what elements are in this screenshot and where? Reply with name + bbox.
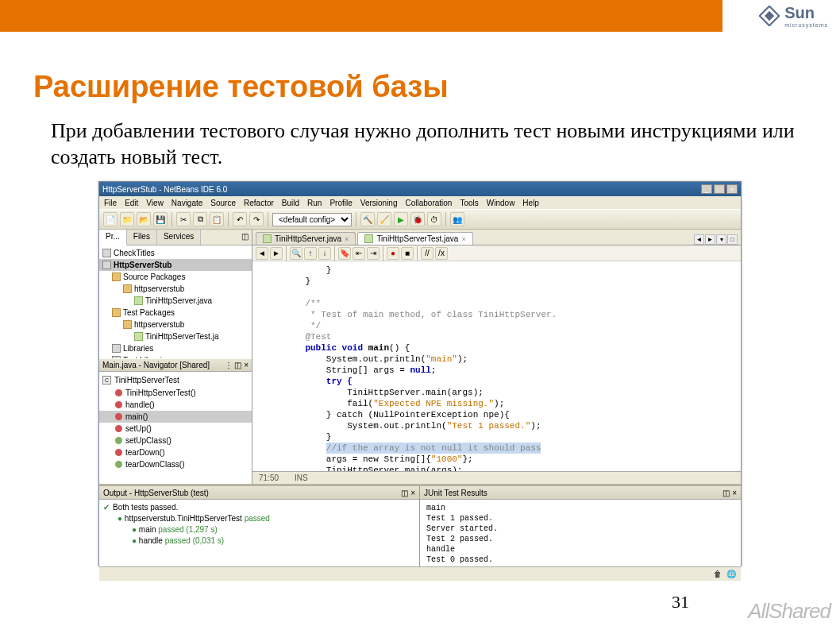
menu-view[interactable]: View [146, 199, 164, 207]
bookmark-icon[interactable]: 🔖 [338, 247, 351, 260]
uncomment-icon[interactable]: /x [435, 247, 448, 260]
menu-navigate[interactable]: Navigate [171, 199, 202, 207]
menu-versioning[interactable]: Versioning [360, 199, 398, 207]
nav-item[interactable]: main() [99, 411, 252, 423]
ide-title-text: HttpServerStub - NetBeans IDE 6.0 [102, 185, 227, 194]
status-gc-icon[interactable]: 🗑 [714, 570, 722, 578]
nav-item[interactable]: TiniHttpServerTest() [99, 387, 252, 399]
output-body[interactable]: ✔Both tests passed. ● httpserverstub.Tin… [99, 500, 419, 566]
nav-label: TiniHttpServerTest() [125, 387, 196, 399]
close-button[interactable]: × [726, 184, 738, 194]
output-row[interactable]: ● httpserverstub.TiniHttpServerTest pass… [103, 513, 415, 524]
tree-item[interactable]: Source Packages [99, 271, 252, 283]
tree-label: TiniHttpServerTest.ja [145, 330, 218, 342]
menu-profile[interactable]: Profile [329, 199, 352, 207]
tree-label: HttpServerStub [114, 259, 171, 271]
editor-tab-1[interactable]: TiniHttpServer.java× [256, 232, 356, 245]
nav-item[interactable]: setUp() [99, 423, 252, 435]
tree-item[interactable]: Test Packages [99, 307, 252, 319]
code-editor[interactable]: } } /** * Test of main method, of class … [252, 261, 741, 471]
method-icon [115, 389, 122, 396]
find-icon[interactable]: 🔍 [290, 247, 302, 260]
panel-controls[interactable]: ◫ × [401, 489, 415, 497]
new-project-icon[interactable]: 📁 [120, 212, 134, 226]
macro-stop-icon[interactable]: ■ [401, 247, 414, 260]
tree-item[interactable]: HttpServerStub [99, 259, 252, 271]
close-icon[interactable]: × [461, 235, 465, 243]
nav-item[interactable]: handle() [99, 399, 252, 411]
panel-controls[interactable]: ◫ × [722, 489, 737, 497]
menu-file[interactable]: File [104, 199, 117, 207]
copy-icon[interactable]: ⧉ [193, 212, 207, 226]
status-net-icon[interactable]: 🌐 [726, 570, 736, 578]
menu-help[interactable]: Help [522, 199, 539, 207]
menu-source[interactable]: Source [210, 199, 236, 207]
ide-window: HttpServerStub - NetBeans IDE 6.0 _ □ × … [98, 181, 742, 566]
collab-icon[interactable]: 👥 [450, 212, 464, 226]
macro-rec-icon[interactable]: ● [387, 247, 399, 260]
clean-build-icon[interactable]: 🧹 [377, 212, 391, 226]
tree-item[interactable]: httpserverstub [99, 319, 252, 330]
run-icon[interactable]: ▶ [394, 212, 408, 226]
method-icon [115, 461, 122, 468]
save-all-icon[interactable]: 💾 [153, 212, 168, 226]
maximize-button[interactable]: □ [714, 184, 725, 194]
open-icon[interactable]: 📂 [137, 212, 151, 226]
comment-icon[interactable]: // [421, 247, 433, 260]
next-icon[interactable]: ↓ [318, 247, 331, 260]
nav-item[interactable]: tearDownClass() [99, 458, 252, 470]
menu-run[interactable]: Run [307, 199, 322, 207]
pkg-icon [112, 272, 121, 281]
panel-dock-icon[interactable]: ◫ [238, 230, 252, 245]
paste-icon[interactable]: 📋 [210, 212, 224, 226]
tab-list-icon[interactable]: ▾ [716, 234, 726, 245]
prev-icon[interactable]: ↑ [304, 247, 317, 260]
menu-window[interactable]: Window [487, 199, 515, 207]
cut-icon[interactable]: ✂ [176, 212, 191, 226]
undo-icon[interactable]: ↶ [233, 212, 247, 226]
navigator-body[interactable]: CTiniHttpServerTest TiniHttpServerTest()… [99, 372, 252, 485]
junit-line: main [426, 503, 734, 513]
tab-left-icon[interactable]: ◄ [694, 234, 704, 245]
tab-max-icon[interactable]: □ [727, 234, 738, 245]
nav-label: handle() [125, 399, 155, 411]
redo-icon[interactable]: ↷ [249, 212, 264, 226]
debug-icon[interactable]: 🐞 [410, 212, 425, 226]
menu-tools[interactable]: Tools [460, 199, 478, 207]
output-row[interactable]: ● main passed (1,297 s) [103, 524, 415, 535]
output-row[interactable]: ● handle passed (0,031 s) [103, 535, 415, 547]
java-icon [263, 234, 272, 243]
nav-item[interactable]: tearDown() [99, 446, 252, 458]
profile-icon[interactable]: ⏱ [427, 212, 441, 226]
navigator-controls[interactable]: ⋮ ◫ × [225, 361, 249, 369]
java-icon [134, 296, 143, 305]
tab-projects[interactable]: Pr... [99, 230, 127, 245]
tree-item[interactable]: TiniHttpServerTest.ja [99, 330, 252, 342]
forward-icon[interactable]: ► [270, 247, 283, 260]
tab-files[interactable]: Files [127, 230, 157, 245]
shift-left-icon[interactable]: ⇤ [353, 247, 365, 260]
tree-label: Libraries [123, 342, 153, 354]
tree-item[interactable]: Libraries [99, 342, 252, 354]
tab-right-icon[interactable]: ► [705, 234, 715, 245]
tab-services[interactable]: Services [157, 230, 201, 245]
output-summary: Both tests passed. [113, 502, 178, 513]
menu-collaboration[interactable]: Collaboration [405, 199, 452, 207]
tree-item[interactable]: TiniHttpServer.java [99, 295, 252, 307]
tree-item[interactable]: CheckTitles [99, 247, 252, 259]
minimize-button[interactable]: _ [701, 184, 712, 194]
config-select[interactable]: <default config> [272, 213, 352, 226]
close-icon[interactable]: × [345, 235, 349, 243]
menu-build[interactable]: Build [282, 199, 299, 207]
shift-right-icon[interactable]: ⇥ [367, 247, 380, 260]
new-file-icon[interactable]: 📄 [103, 212, 118, 226]
tree-item[interactable]: httpserverstub [99, 283, 252, 295]
editor-tab-2[interactable]: TiniHttpServerTest.java× [357, 232, 472, 245]
menu-edit[interactable]: Edit [125, 199, 138, 207]
nav-item[interactable]: setUpClass() [99, 435, 252, 446]
back-icon[interactable]: ◄ [256, 247, 268, 260]
build-icon[interactable]: 🔨 [360, 212, 375, 226]
project-tree[interactable]: CheckTitlesHttpServerStubSource Packages… [99, 245, 252, 358]
menu-refactor[interactable]: Refactor [244, 199, 274, 207]
junit-body[interactable]: mainTest 1 passed.Server started.Test 2 … [420, 500, 741, 566]
